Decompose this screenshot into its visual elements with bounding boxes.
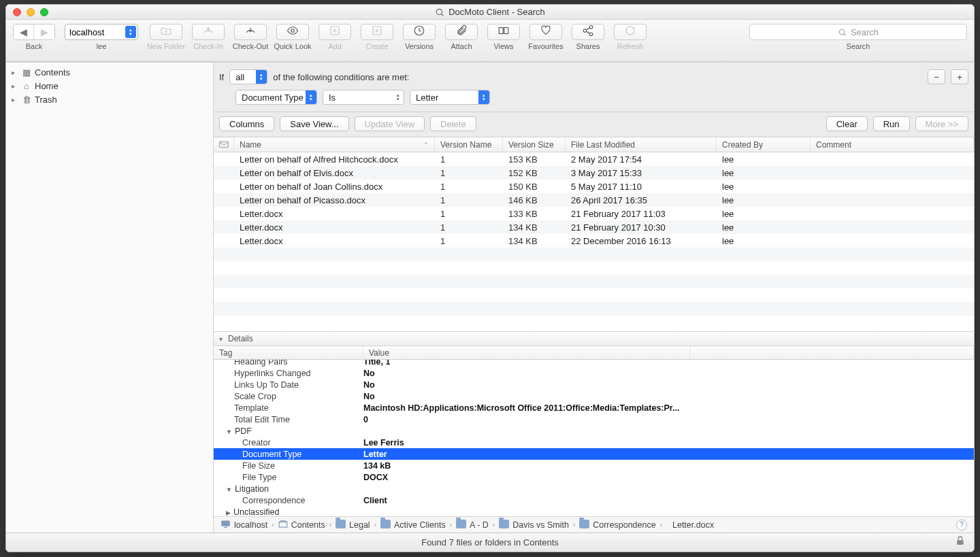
details-row[interactable]: Links Up To DateNo (214, 379, 974, 390)
clear-button[interactable]: Clear (826, 116, 868, 131)
breadcrumb-item[interactable]: Legal (336, 520, 370, 530)
details-header[interactable]: ▾ Details (214, 331, 974, 346)
col-version-size[interactable]: Version Size (503, 137, 566, 152)
location-value: localhost (69, 27, 104, 37)
add-button[interactable] (318, 24, 351, 40)
details-row[interactable]: Scale CropNo (214, 390, 974, 402)
table-body[interactable]: Letter on behalf of Alfred Hitchcock.doc… (214, 152, 974, 331)
details-row[interactable]: CreatorLee Ferris (214, 437, 974, 448)
refresh-button[interactable] (614, 24, 647, 40)
breadcrumb-item[interactable]: Letter.docx (666, 520, 714, 530)
cell-version-size: 152 KB (503, 168, 566, 178)
criteria-remove-button[interactable]: − (928, 69, 945, 84)
breadcrumb-item[interactable]: localhost (220, 520, 267, 530)
create-button[interactable] (361, 24, 393, 40)
details-col-tag[interactable]: Tag (214, 346, 363, 359)
details-row[interactable]: Heading PairsTitle, 1 (214, 360, 974, 367)
details-row[interactable]: CorrespondenceClient (214, 494, 974, 506)
col-version-name[interactable]: Version Name (435, 137, 503, 152)
col-comment[interactable]: Comment (811, 137, 974, 152)
details-row[interactable]: File TypeDOCX (214, 471, 974, 483)
details-group[interactable]: ▶Unclassified (214, 506, 974, 516)
help-icon[interactable]: ? (956, 520, 967, 530)
sidebar-item-home[interactable]: ▸⌂Home (6, 79, 213, 92)
details-row[interactable]: Total Edit Time0 (214, 413, 974, 425)
search-placeholder: Search (851, 27, 879, 37)
location-select[interactable]: localhost (65, 24, 138, 40)
attach-button[interactable] (445, 24, 478, 40)
breadcrumb-item[interactable]: Contents (278, 520, 325, 530)
criteria-value-select[interactable]: Letter (410, 90, 490, 105)
sidebar-item-trash[interactable]: ▸🗑Trash (6, 92, 213, 106)
col-created-by[interactable]: Created By (717, 137, 811, 152)
sort-asc-icon: ⌃ (423, 141, 429, 148)
svg-point-11 (839, 29, 845, 35)
versions-icon (413, 24, 425, 39)
col-icon[interactable] (214, 137, 234, 152)
window-title-text: DocMoto Client - Search (448, 7, 545, 17)
location-block: localhost lee (65, 24, 138, 50)
run-button[interactable]: Run (873, 116, 910, 131)
details-group[interactable]: ▼Litigation (214, 483, 974, 494)
cell-version-name: 1 (435, 209, 503, 219)
cell-modified: 21 February 2017 11:03 (566, 209, 717, 219)
shares-button[interactable] (572, 24, 604, 40)
home-icon: ⌂ (21, 80, 32, 91)
save-view-button[interactable]: Save View... (280, 116, 348, 131)
cell-created-by: lee (717, 222, 811, 233)
table-row[interactable]: Letter.docx 1 133 KB 21 February 2017 11… (214, 207, 974, 220)
favourites-button[interactable] (529, 24, 562, 40)
details-row[interactable]: File Size134 kB (214, 460, 974, 471)
cell-modified: 22 December 2016 16:13 (566, 236, 717, 246)
toolbar: ◀ ▶ Back localhost lee New FolderCheck-I… (6, 20, 974, 62)
table-row[interactable]: Letter on behalf of Picasso.docx 1 146 K… (214, 193, 974, 207)
quick-look-icon (287, 24, 299, 39)
add-icon (329, 24, 341, 39)
criteria-add-button[interactable]: + (951, 69, 968, 84)
table-row[interactable]: Letter on behalf of Alfred Hitchcock.doc… (214, 152, 974, 166)
col-name[interactable]: Name ⌃ (234, 137, 435, 152)
details-value: No (363, 392, 974, 401)
sidebar-item-contents[interactable]: ▸▦Contents (6, 65, 213, 79)
table-row[interactable]: Letter.docx 1 134 KB 22 December 2016 16… (214, 234, 974, 248)
table-row[interactable]: Letter.docx 1 134 KB 21 February 2017 10… (214, 220, 974, 234)
nav-forward-button[interactable]: ▶ (34, 24, 54, 39)
columns-button[interactable]: Columns (219, 116, 274, 131)
folder-icon (579, 520, 589, 530)
quick-look-button[interactable] (276, 24, 309, 40)
table-row[interactable]: Letter on behalf of Joan Collins.docx 1 … (214, 180, 974, 193)
search-field[interactable]: Search (749, 24, 967, 40)
views-button[interactable] (487, 24, 520, 40)
versions-button[interactable] (403, 24, 436, 40)
trash-icon: 🗑 (21, 94, 32, 105)
details-row[interactable]: Document TypeLetter (214, 448, 974, 460)
details-body[interactable]: Heading PairsTitle, 1Hyperlinks ChangedN… (214, 360, 974, 516)
breadcrumb-item[interactable]: Active Clients (380, 520, 446, 530)
details-group[interactable]: ▼PDF (214, 425, 974, 437)
criteria-field-select[interactable]: Document Type (235, 90, 317, 105)
details-col-value[interactable]: Value (363, 346, 690, 359)
col-modified[interactable]: File Last Modified (566, 137, 717, 152)
cell-created-by: lee (717, 209, 811, 219)
criteria-quantifier-value: all (235, 72, 244, 82)
new-folder-button[interactable] (150, 24, 182, 40)
cell-version-size: 134 KB (503, 222, 566, 233)
check-in-button[interactable] (192, 24, 225, 40)
update-view-button[interactable]: Update View (355, 116, 425, 131)
more-button[interactable]: More >> (915, 116, 968, 131)
nav-back-button[interactable]: ◀ (14, 24, 34, 39)
svg-rect-14 (224, 526, 227, 527)
details-table-header: Tag Value (214, 346, 974, 360)
details-row[interactable]: TemplateMacintosh HD:Applications:Micros… (214, 402, 974, 413)
breadcrumb-item[interactable]: A - D (456, 520, 489, 530)
cell-modified: 3 May 2017 15:33 (566, 168, 717, 178)
cell-name: Letter.docx (234, 222, 435, 233)
breadcrumb-item[interactable]: Davis vs Smith (499, 520, 569, 530)
delete-button[interactable]: Delete (430, 116, 476, 131)
details-row[interactable]: Hyperlinks ChangedNo (214, 367, 974, 379)
check-out-button[interactable] (234, 24, 267, 40)
breadcrumb-item[interactable]: Correspondence (579, 520, 655, 530)
criteria-op-select[interactable]: Is (323, 90, 404, 105)
table-row[interactable]: Letter on behalf of Elvis.docx 1 152 KB … (214, 166, 974, 180)
criteria-quantifier-select[interactable]: all (229, 69, 267, 84)
